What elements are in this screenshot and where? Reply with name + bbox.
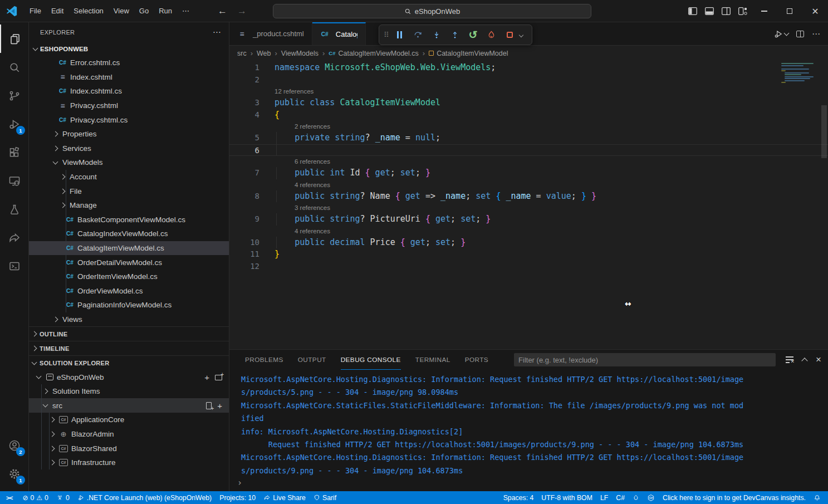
panel-tab-debug-console[interactable]: DEBUG CONSOLE (341, 350, 401, 370)
indentation-status[interactable]: Spaces: 4 (499, 491, 538, 504)
chevron-down-icon[interactable] (518, 32, 523, 37)
tree-item-catalogitemviewmodel-cs[interactable]: C#CatalogItemViewModel.cs (29, 241, 229, 256)
solution-item-solution-items[interactable]: Solution Items (29, 384, 229, 399)
code-line-6[interactable]: 6 (229, 144, 828, 156)
csharp-extension-status[interactable]: C# (643, 491, 659, 504)
encoding-status[interactable]: UTF-8 with BOM (537, 491, 596, 504)
new-folder-icon[interactable] (215, 375, 222, 380)
solution-item-blazoradmin[interactable]: ⊕BlazorAdmin (29, 427, 229, 442)
console-prompt[interactable]: › (237, 478, 828, 488)
debug-launch-status[interactable]: .NET Core Launch (web) (eShopOnWeb) (74, 491, 215, 504)
minimap[interactable] (781, 63, 820, 84)
hot-reload-button[interactable] (484, 28, 499, 42)
codelens-references[interactable]: 2 references (229, 121, 828, 132)
customize-layout-icon[interactable] (734, 0, 751, 22)
toggle-panel-icon[interactable] (701, 0, 718, 22)
maximize-button[interactable] (777, 0, 802, 22)
solution-item-eshoponweb[interactable]: eShopOnWeb+ (29, 370, 229, 384)
tree-item-manage[interactable]: Manage (29, 198, 229, 213)
tree-item-index-cshtml[interactable]: ≡Index.cshtml (29, 70, 229, 85)
add-icon[interactable]: + (217, 402, 222, 410)
menu-edit[interactable]: Edit (46, 4, 68, 17)
step-out-button[interactable] (448, 28, 462, 42)
solution-item-blazorshared[interactable]: C#BlazorShared (29, 441, 229, 456)
new-file-icon[interactable] (206, 402, 212, 409)
tree-item-orderviewmodel-cs[interactable]: C#OrderViewModel.cs (29, 284, 229, 299)
breadcrumb-src[interactable]: src (237, 50, 247, 57)
tree-item-catalogindexviewmodel-cs[interactable]: C#CatalogIndexViewModel.cs (29, 227, 229, 241)
add-icon[interactable]: + (204, 373, 209, 381)
tree-item-properties[interactable]: Properties (29, 127, 229, 141)
breadcrumb-viewmodels[interactable]: ViewModels (281, 50, 319, 57)
panel-tab-ports[interactable]: PORTS (465, 350, 488, 370)
tree-item-file[interactable]: File (29, 184, 229, 198)
tree-item-viewmodels[interactable]: ViewModels (29, 155, 229, 170)
debug-console-output[interactable]: Microsoft.AspNetCore.Hosting.Diagnostics… (229, 370, 828, 491)
menu-file[interactable]: File (25, 4, 46, 17)
close-button[interactable]: ✕ (802, 0, 828, 22)
toggle-sidebar-icon[interactable] (684, 0, 701, 22)
sarif-status[interactable]: Sarif (310, 491, 340, 504)
close-panel-icon[interactable]: × (816, 354, 821, 365)
workspace-root[interactable]: ESHOPONWEB (29, 42, 229, 56)
breadcrumb-web[interactable]: Web (257, 50, 271, 57)
code-line-2[interactable]: 2 (229, 74, 828, 86)
console-filter-input[interactable] (514, 353, 776, 366)
accounts-icon[interactable]: 2 (0, 431, 29, 459)
solution-item-infrastructure[interactable]: C#Infrastructure (29, 456, 229, 470)
settings-gear-icon[interactable]: 1 (0, 459, 29, 488)
minimize-button[interactable] (751, 0, 777, 22)
tree-item-basketcomponentviewmodel-cs[interactable]: C#BasketComponentViewModel.cs (29, 213, 229, 227)
tree-item-account[interactable]: Account (29, 170, 229, 184)
devcanvas-signin[interactable]: Click here to sign in to get DevCanvas i… (659, 491, 810, 504)
step-into-button[interactable] (429, 28, 444, 42)
pause-button[interactable] (393, 28, 407, 42)
terminal-view-icon[interactable] (0, 252, 29, 280)
outline-section[interactable]: OUTLINE (29, 326, 229, 341)
panel-tab-terminal[interactable]: TERMINAL (415, 350, 450, 370)
codelens-references[interactable]: 6 references (229, 156, 828, 167)
menu-go[interactable]: Go (134, 4, 154, 17)
source-control-icon[interactable] (0, 81, 29, 110)
projects-status[interactable]: Projects: 10 (215, 491, 259, 504)
run-and-debug-icon[interactable]: 1 (0, 110, 29, 138)
menu-run[interactable]: Run (154, 4, 177, 17)
extensions-icon[interactable] (0, 138, 29, 167)
breadcrumb-catalogitemviewmodel-cs[interactable]: C#CatalogItemViewModel.cs (329, 50, 418, 57)
remote-explorer-icon[interactable] (0, 167, 29, 195)
search-icon[interactable] (0, 53, 29, 81)
notifications-bell[interactable] (810, 491, 825, 504)
hot-reload-status[interactable] (629, 491, 643, 504)
menu-selection[interactable]: Selection (68, 4, 108, 17)
restart-button[interactable]: ↺ (466, 28, 481, 42)
solution-item-applicationcore[interactable]: C#ApplicationCore (29, 413, 229, 427)
code-line-4[interactable]: 4{ (229, 109, 828, 121)
code-line-3[interactable]: 3public class CatalogItemViewModel (229, 97, 828, 109)
code-editor[interactable]: 1namespace Microsoft.eShopWeb.Web.ViewMo… (229, 61, 828, 349)
code-line-1[interactable]: 1namespace Microsoft.eShopWeb.Web.ViewMo… (229, 62, 828, 74)
problems-status[interactable]: ⊘ 0 ⚠ 0 (18, 491, 52, 504)
split-editor-icon[interactable] (796, 31, 804, 37)
codelens-references[interactable]: 12 references (229, 86, 828, 97)
tree-item-orderdetailviewmodel-cs[interactable]: C#OrderDetailViewModel.cs (29, 255, 229, 270)
remote-indicator[interactable]: >< (0, 491, 18, 504)
codelens-references[interactable]: 4 references (229, 179, 828, 190)
stop-button[interactable] (503, 28, 517, 42)
panel-tab-output[interactable]: OUTPUT (298, 350, 326, 370)
menu-view[interactable]: View (109, 4, 134, 17)
live-share-icon[interactable] (0, 223, 29, 252)
tab-catalogitemviewmodel[interactable]: C# CatalogItemViewModel.cs (312, 22, 366, 45)
tree-item-privacy-cshtml[interactable]: ≡Privacy.cshtml (29, 99, 229, 113)
testing-icon[interactable] (0, 195, 29, 223)
solution-item-src[interactable]: src+ (29, 398, 229, 413)
timeline-section[interactable]: TIMELINE (29, 341, 229, 355)
menu-more-icon[interactable]: ⋯ (177, 4, 194, 17)
feedback-status[interactable]: 0 (52, 491, 74, 504)
tree-item-services[interactable]: Services (29, 141, 229, 156)
panel-tab-problems[interactable]: PROBLEMS (245, 350, 283, 370)
breadcrumb-catalogitemviewmodel[interactable]: CatalogItemViewModel (429, 50, 508, 57)
solution-explorer-section[interactable]: SOLUTION EXPLORER (29, 355, 229, 370)
editor-more-actions-icon[interactable]: ⋯ (812, 29, 820, 39)
live-share-status[interactable]: Live Share (259, 491, 310, 504)
tree-item-views[interactable]: Views (29, 312, 229, 327)
